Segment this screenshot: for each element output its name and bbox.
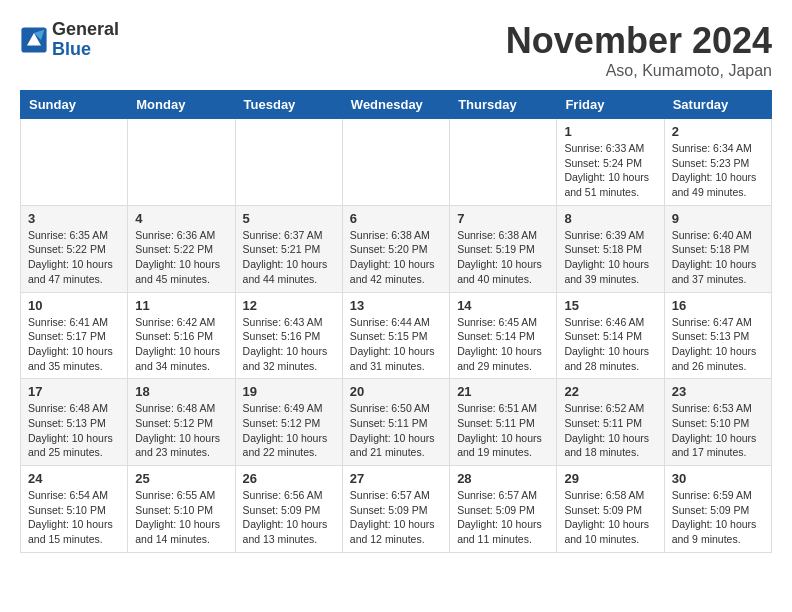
day-info: Sunrise: 6:59 AM Sunset: 5:09 PM Dayligh… (672, 488, 764, 547)
day-info: Sunrise: 6:34 AM Sunset: 5:23 PM Dayligh… (672, 141, 764, 200)
day-info: Sunrise: 6:50 AM Sunset: 5:11 PM Dayligh… (350, 401, 442, 460)
calendar-week-row: 1Sunrise: 6:33 AM Sunset: 5:24 PM Daylig… (21, 119, 772, 206)
logo-icon (20, 26, 48, 54)
day-info: Sunrise: 6:55 AM Sunset: 5:10 PM Dayligh… (135, 488, 227, 547)
day-info: Sunrise: 6:51 AM Sunset: 5:11 PM Dayligh… (457, 401, 549, 460)
day-number: 18 (135, 384, 227, 399)
calendar-cell: 4Sunrise: 6:36 AM Sunset: 5:22 PM Daylig… (128, 205, 235, 292)
day-number: 1 (564, 124, 656, 139)
day-number: 20 (350, 384, 442, 399)
day-number: 15 (564, 298, 656, 313)
calendar-cell: 14Sunrise: 6:45 AM Sunset: 5:14 PM Dayli… (450, 292, 557, 379)
day-number: 5 (243, 211, 335, 226)
day-info: Sunrise: 6:43 AM Sunset: 5:16 PM Dayligh… (243, 315, 335, 374)
month-title: November 2024 (506, 20, 772, 62)
calendar-week-row: 24Sunrise: 6:54 AM Sunset: 5:10 PM Dayli… (21, 466, 772, 553)
calendar-cell: 13Sunrise: 6:44 AM Sunset: 5:15 PM Dayli… (342, 292, 449, 379)
calendar-cell: 28Sunrise: 6:57 AM Sunset: 5:09 PM Dayli… (450, 466, 557, 553)
day-info: Sunrise: 6:49 AM Sunset: 5:12 PM Dayligh… (243, 401, 335, 460)
day-info: Sunrise: 6:41 AM Sunset: 5:17 PM Dayligh… (28, 315, 120, 374)
calendar-cell: 20Sunrise: 6:50 AM Sunset: 5:11 PM Dayli… (342, 379, 449, 466)
day-number: 27 (350, 471, 442, 486)
day-info: Sunrise: 6:52 AM Sunset: 5:11 PM Dayligh… (564, 401, 656, 460)
weekday-header: Saturday (664, 91, 771, 119)
day-info: Sunrise: 6:39 AM Sunset: 5:18 PM Dayligh… (564, 228, 656, 287)
day-info: Sunrise: 6:35 AM Sunset: 5:22 PM Dayligh… (28, 228, 120, 287)
day-info: Sunrise: 6:38 AM Sunset: 5:20 PM Dayligh… (350, 228, 442, 287)
day-number: 2 (672, 124, 764, 139)
calendar-cell: 17Sunrise: 6:48 AM Sunset: 5:13 PM Dayli… (21, 379, 128, 466)
calendar-week-row: 3Sunrise: 6:35 AM Sunset: 5:22 PM Daylig… (21, 205, 772, 292)
calendar-cell: 12Sunrise: 6:43 AM Sunset: 5:16 PM Dayli… (235, 292, 342, 379)
calendar-cell: 25Sunrise: 6:55 AM Sunset: 5:10 PM Dayli… (128, 466, 235, 553)
weekday-header: Thursday (450, 91, 557, 119)
calendar-cell (450, 119, 557, 206)
day-number: 24 (28, 471, 120, 486)
calendar-cell: 9Sunrise: 6:40 AM Sunset: 5:18 PM Daylig… (664, 205, 771, 292)
day-info: Sunrise: 6:42 AM Sunset: 5:16 PM Dayligh… (135, 315, 227, 374)
weekday-header: Wednesday (342, 91, 449, 119)
calendar-cell: 27Sunrise: 6:57 AM Sunset: 5:09 PM Dayli… (342, 466, 449, 553)
calendar-cell: 19Sunrise: 6:49 AM Sunset: 5:12 PM Dayli… (235, 379, 342, 466)
calendar-cell: 30Sunrise: 6:59 AM Sunset: 5:09 PM Dayli… (664, 466, 771, 553)
day-number: 28 (457, 471, 549, 486)
calendar-cell: 10Sunrise: 6:41 AM Sunset: 5:17 PM Dayli… (21, 292, 128, 379)
calendar-cell: 5Sunrise: 6:37 AM Sunset: 5:21 PM Daylig… (235, 205, 342, 292)
weekday-header: Friday (557, 91, 664, 119)
day-info: Sunrise: 6:48 AM Sunset: 5:12 PM Dayligh… (135, 401, 227, 460)
logo: General Blue (20, 20, 119, 60)
day-number: 7 (457, 211, 549, 226)
day-info: Sunrise: 6:53 AM Sunset: 5:10 PM Dayligh… (672, 401, 764, 460)
day-info: Sunrise: 6:46 AM Sunset: 5:14 PM Dayligh… (564, 315, 656, 374)
calendar-cell: 21Sunrise: 6:51 AM Sunset: 5:11 PM Dayli… (450, 379, 557, 466)
day-number: 6 (350, 211, 442, 226)
calendar-cell: 15Sunrise: 6:46 AM Sunset: 5:14 PM Dayli… (557, 292, 664, 379)
day-info: Sunrise: 6:44 AM Sunset: 5:15 PM Dayligh… (350, 315, 442, 374)
day-number: 14 (457, 298, 549, 313)
weekday-header: Sunday (21, 91, 128, 119)
day-number: 3 (28, 211, 120, 226)
day-number: 25 (135, 471, 227, 486)
day-number: 4 (135, 211, 227, 226)
calendar-cell: 6Sunrise: 6:38 AM Sunset: 5:20 PM Daylig… (342, 205, 449, 292)
calendar-cell: 2Sunrise: 6:34 AM Sunset: 5:23 PM Daylig… (664, 119, 771, 206)
calendar-cell: 3Sunrise: 6:35 AM Sunset: 5:22 PM Daylig… (21, 205, 128, 292)
day-info: Sunrise: 6:58 AM Sunset: 5:09 PM Dayligh… (564, 488, 656, 547)
calendar-cell: 11Sunrise: 6:42 AM Sunset: 5:16 PM Dayli… (128, 292, 235, 379)
calendar-cell: 7Sunrise: 6:38 AM Sunset: 5:19 PM Daylig… (450, 205, 557, 292)
day-info: Sunrise: 6:45 AM Sunset: 5:14 PM Dayligh… (457, 315, 549, 374)
day-info: Sunrise: 6:54 AM Sunset: 5:10 PM Dayligh… (28, 488, 120, 547)
calendar-cell: 24Sunrise: 6:54 AM Sunset: 5:10 PM Dayli… (21, 466, 128, 553)
calendar-cell: 18Sunrise: 6:48 AM Sunset: 5:12 PM Dayli… (128, 379, 235, 466)
calendar-cell: 23Sunrise: 6:53 AM Sunset: 5:10 PM Dayli… (664, 379, 771, 466)
title-area: November 2024 Aso, Kumamoto, Japan (506, 20, 772, 80)
weekday-header: Tuesday (235, 91, 342, 119)
day-number: 19 (243, 384, 335, 399)
calendar-cell (342, 119, 449, 206)
calendar-cell: 22Sunrise: 6:52 AM Sunset: 5:11 PM Dayli… (557, 379, 664, 466)
day-info: Sunrise: 6:37 AM Sunset: 5:21 PM Dayligh… (243, 228, 335, 287)
day-number: 16 (672, 298, 764, 313)
day-info: Sunrise: 6:56 AM Sunset: 5:09 PM Dayligh… (243, 488, 335, 547)
location-subtitle: Aso, Kumamoto, Japan (506, 62, 772, 80)
day-number: 12 (243, 298, 335, 313)
day-number: 9 (672, 211, 764, 226)
calendar-cell: 16Sunrise: 6:47 AM Sunset: 5:13 PM Dayli… (664, 292, 771, 379)
day-number: 21 (457, 384, 549, 399)
day-number: 22 (564, 384, 656, 399)
calendar-table: SundayMondayTuesdayWednesdayThursdayFrid… (20, 90, 772, 553)
day-number: 23 (672, 384, 764, 399)
calendar-cell: 26Sunrise: 6:56 AM Sunset: 5:09 PM Dayli… (235, 466, 342, 553)
day-number: 17 (28, 384, 120, 399)
day-info: Sunrise: 6:47 AM Sunset: 5:13 PM Dayligh… (672, 315, 764, 374)
day-info: Sunrise: 6:48 AM Sunset: 5:13 PM Dayligh… (28, 401, 120, 460)
day-number: 13 (350, 298, 442, 313)
day-info: Sunrise: 6:33 AM Sunset: 5:24 PM Dayligh… (564, 141, 656, 200)
calendar-cell: 29Sunrise: 6:58 AM Sunset: 5:09 PM Dayli… (557, 466, 664, 553)
day-number: 26 (243, 471, 335, 486)
day-info: Sunrise: 6:40 AM Sunset: 5:18 PM Dayligh… (672, 228, 764, 287)
calendar-cell (235, 119, 342, 206)
weekday-header: Monday (128, 91, 235, 119)
day-number: 30 (672, 471, 764, 486)
day-number: 8 (564, 211, 656, 226)
